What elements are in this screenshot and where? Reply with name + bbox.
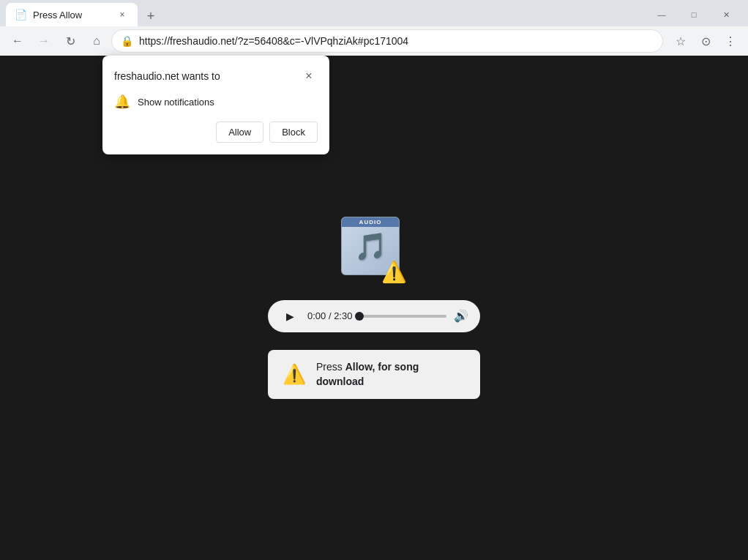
window-controls: — □ ✕ [646, 3, 748, 26]
center-content: AUDIO 🎵 ⚠️ ▶ 0:00 / 2:30 🔊 ⚠️ Press Allo… [268, 217, 480, 399]
message-bold-text: Allow, for song download [316, 361, 419, 387]
message-warning-icon: ⚠️ [283, 363, 306, 386]
popup-buttons: Allow Block [114, 122, 318, 143]
message-text: Press Allow, for song download [316, 360, 465, 389]
address-bar[interactable]: 🔒 https://freshaudio.net/?z=56408&c=-VlV… [111, 29, 663, 53]
nav-actions: ☆ ⊙ ⋮ [669, 29, 742, 53]
back-button[interactable]: ← [6, 29, 29, 53]
minimize-button[interactable]: — [646, 3, 678, 26]
forward-button[interactable]: → [32, 29, 56, 53]
popup-item-text: Show notifications [138, 97, 214, 108]
top-chrome: 📄 Press Allow × + — □ ✕ ← → ↻ ⌂ 🔒 https:… [0, 0, 748, 56]
navigation-bar: ← → ↻ ⌂ 🔒 https://freshaudio.net/?z=5640… [0, 26, 748, 56]
tab-page-icon: 📄 [15, 9, 27, 20]
new-tab-button[interactable]: + [141, 6, 161, 26]
browser-tab[interactable]: 📄 Press Allow × [6, 3, 138, 26]
lock-icon: 🔒 [121, 35, 133, 47]
block-button[interactable]: Block [269, 122, 318, 143]
audio-label: AUDIO [342, 217, 399, 227]
time-display: 0:00 / 2:30 [307, 310, 352, 321]
message-box: ⚠️ Press Allow, for song download [268, 350, 480, 399]
progress-thumb [355, 312, 364, 321]
address-text: https://freshaudio.net/?z=56408&c=-VlVPq… [139, 35, 654, 47]
popup-title: freshaudio.net wants to [114, 70, 220, 82]
page-content: freshaudio.net wants to × 🔔 Show notific… [0, 56, 748, 560]
browser-window: 📄 Press Allow × + — □ ✕ ← → ↻ ⌂ 🔒 https:… [0, 0, 748, 560]
audio-player: ▶ 0:00 / 2:30 🔊 [268, 300, 480, 332]
audio-note-icon: 🎵 [354, 231, 387, 262]
warning-badge-icon: ⚠️ [381, 262, 407, 283]
profile-button[interactable]: ⊙ [694, 29, 717, 53]
bookmark-button[interactable]: ☆ [669, 29, 692, 53]
notification-popup: freshaudio.net wants to × 🔔 Show notific… [102, 56, 329, 154]
tab-title: Press Allow [33, 10, 110, 20]
play-button[interactable]: ▶ [280, 306, 300, 326]
bell-icon: 🔔 [114, 94, 130, 110]
popup-notification-item: 🔔 Show notifications [114, 94, 318, 110]
audio-file-icon: AUDIO 🎵 ⚠️ [341, 217, 407, 283]
menu-button[interactable]: ⋮ [719, 29, 742, 53]
popup-close-button[interactable]: × [300, 67, 318, 85]
allow-button[interactable]: Allow [216, 122, 263, 143]
home-button[interactable]: ⌂ [85, 29, 108, 53]
close-button[interactable]: ✕ [710, 3, 742, 26]
reload-button[interactable]: ↻ [59, 29, 82, 53]
tab-close-button[interactable]: × [116, 8, 129, 21]
volume-icon[interactable]: 🔊 [454, 309, 468, 323]
maximize-button[interactable]: □ [678, 3, 710, 26]
popup-header: freshaudio.net wants to × [114, 67, 318, 85]
progress-bar[interactable] [359, 315, 446, 318]
